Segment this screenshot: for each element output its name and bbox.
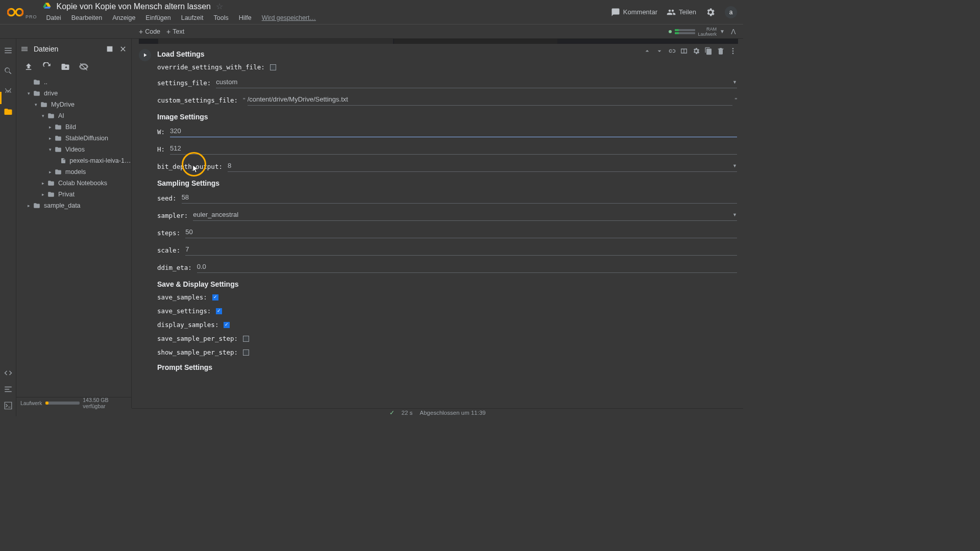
mirror-icon[interactable] <box>704 47 713 55</box>
exec-status: Abgeschlossen um 11:39 <box>420 410 485 416</box>
cell-toolbar <box>643 47 737 55</box>
sidebar-title: Dateien <box>34 45 101 53</box>
edit-icon[interactable] <box>680 47 688 55</box>
move-down-icon[interactable] <box>655 47 664 55</box>
refresh-icon[interactable] <box>42 62 52 71</box>
drive-file-icon <box>42 2 52 11</box>
form-cell: Load Settings override_settings_with_fil… <box>139 48 737 371</box>
bitdepth-select[interactable]: 8▼ <box>228 161 737 172</box>
override-checkbox[interactable] <box>270 64 276 70</box>
more-icon[interactable] <box>729 47 737 55</box>
save-per-step-checkbox[interactable] <box>243 336 249 342</box>
tree-videos[interactable]: ▾Videos <box>18 144 131 155</box>
image-settings-heading: Image Settings <box>157 113 737 121</box>
tree-ai[interactable]: ▾AI <box>18 110 131 121</box>
menu-tools[interactable]: Tools <box>210 13 233 23</box>
seed-label: seed: <box>157 194 182 202</box>
tree-dots[interactable]: .. <box>18 77 131 88</box>
cell-settings-icon[interactable] <box>692 47 700 55</box>
exec-time: 22 s <box>402 410 413 416</box>
menu-bar: Datei Bearbeiten Anzeige Einfügen Laufze… <box>42 13 611 23</box>
steps-input[interactable] <box>185 227 737 238</box>
menu-anzeige[interactable]: Anzeige <box>108 13 139 23</box>
w-input[interactable] <box>170 126 737 137</box>
upload-icon[interactable] <box>23 62 34 71</box>
comment-icon <box>611 8 620 17</box>
command-palette-icon[interactable] <box>4 385 13 394</box>
settings-file-select[interactable]: custom▼ <box>216 77 737 88</box>
show-per-step-checkbox[interactable] <box>243 349 249 356</box>
files-icon[interactable] <box>4 107 13 116</box>
variables-icon[interactable] <box>4 87 13 96</box>
user-avatar[interactable]: a <box>725 6 737 18</box>
share-button[interactable]: Teilen <box>667 8 696 17</box>
ram-bar <box>675 29 695 31</box>
connection-dot-icon <box>669 30 672 33</box>
tree-colabnb[interactable]: ▸Colab Notebooks <box>18 178 131 189</box>
seed-input[interactable] <box>182 192 737 204</box>
save-settings-checkbox[interactable] <box>216 308 222 314</box>
display-samples-checkbox[interactable] <box>224 322 230 328</box>
sampler-select[interactable]: euler_ancestral▼ <box>193 210 737 221</box>
menu-bearbeiten[interactable]: Bearbeiten <box>67 13 106 23</box>
gear-icon[interactable] <box>705 7 716 17</box>
terminal-icon[interactable] <box>4 401 13 410</box>
tree-bild[interactable]: ▸Bild <box>18 121 131 133</box>
disk-footer: Laufwerk 143.50 GB verfügbar <box>16 397 131 408</box>
menu-einfuegen[interactable]: Einfügen <box>141 13 175 23</box>
display-samples-label: display_samples: <box>157 321 224 329</box>
left-rail <box>0 39 16 416</box>
show-per-step-label: show_sample_per_step: <box>157 348 243 356</box>
check-icon: ✓ <box>389 409 395 416</box>
h-input[interactable] <box>170 143 737 155</box>
add-code-button[interactable]: +Code <box>139 28 160 36</box>
resource-indicator[interactable]: RAMLaufwerk ▼ <box>669 27 725 37</box>
tree-pexels[interactable]: pexels-maxi-leiva-1314… <box>18 155 131 166</box>
chevron-down-icon[interactable]: ▼ <box>720 29 725 34</box>
toc-icon[interactable] <box>4 46 13 55</box>
new-window-icon[interactable] <box>106 45 114 53</box>
comment-label: Kommentar <box>623 8 657 16</box>
h-label: H: <box>157 145 170 153</box>
custom-file-input[interactable] <box>248 94 733 106</box>
document-title[interactable]: Kopie von Kopie von Mensch altern lassen <box>57 2 211 11</box>
ddim-label: ddim_eta: <box>157 264 197 271</box>
delete-icon[interactable] <box>717 47 725 55</box>
close-icon[interactable] <box>119 45 127 53</box>
notebook-toolbar: +Code +Text RAMLaufwerk ▼ ᐱ <box>0 24 743 39</box>
run-cell-button[interactable] <box>139 49 151 61</box>
colab-logo <box>6 3 24 21</box>
hide-icon[interactable] <box>79 62 89 71</box>
pro-badge: PRO <box>26 14 37 19</box>
menu-datei[interactable]: Datei <box>42 13 65 23</box>
star-icon[interactable]: ☆ <box>216 2 223 11</box>
menu-laufzeit[interactable]: Laufzeit <box>177 13 208 23</box>
tree-drive[interactable]: ▾drive <box>18 88 131 99</box>
tree-models[interactable]: ▸models <box>18 166 131 178</box>
tree-privat[interactable]: ▸Privat <box>18 189 131 200</box>
menu-hilfe[interactable]: Hilfe <box>235 13 256 23</box>
scale-label: scale: <box>157 246 185 254</box>
add-text-button[interactable]: +Text <box>166 28 184 36</box>
save-samples-checkbox[interactable] <box>212 294 218 300</box>
w-label: W: <box>157 128 170 136</box>
notebook-main: Load Settings override_settings_with_fil… <box>132 39 743 408</box>
override-label: override_settings_with_file: <box>157 63 270 71</box>
move-up-icon[interactable] <box>643 47 651 55</box>
ddim-input[interactable] <box>197 262 737 273</box>
prev-cell-strip <box>139 39 738 44</box>
code-snippets-icon[interactable] <box>4 368 13 378</box>
collapse-icon[interactable]: ᐱ <box>731 28 736 36</box>
mount-drive-icon[interactable] <box>60 62 70 71</box>
tree-sampledata[interactable]: ▸sample_data <box>18 200 131 211</box>
file-sidebar: Dateien .. ▾drive ▾MyDrive ▾AI ▸Bild ▸St… <box>16 39 132 408</box>
sidebar-menu-icon[interactable] <box>20 45 29 53</box>
search-icon[interactable] <box>4 66 13 76</box>
link-icon[interactable] <box>668 47 676 55</box>
comment-button[interactable]: Kommentar <box>611 8 657 17</box>
scale-input[interactable] <box>185 244 737 256</box>
tree-mydrive[interactable]: ▾MyDrive <box>18 99 131 110</box>
disk-usage-bar <box>45 402 80 405</box>
app-header: PRO Kopie von Kopie von Mensch altern la… <box>0 0 743 24</box>
tree-sd[interactable]: ▸StableDiffusion <box>18 133 131 144</box>
